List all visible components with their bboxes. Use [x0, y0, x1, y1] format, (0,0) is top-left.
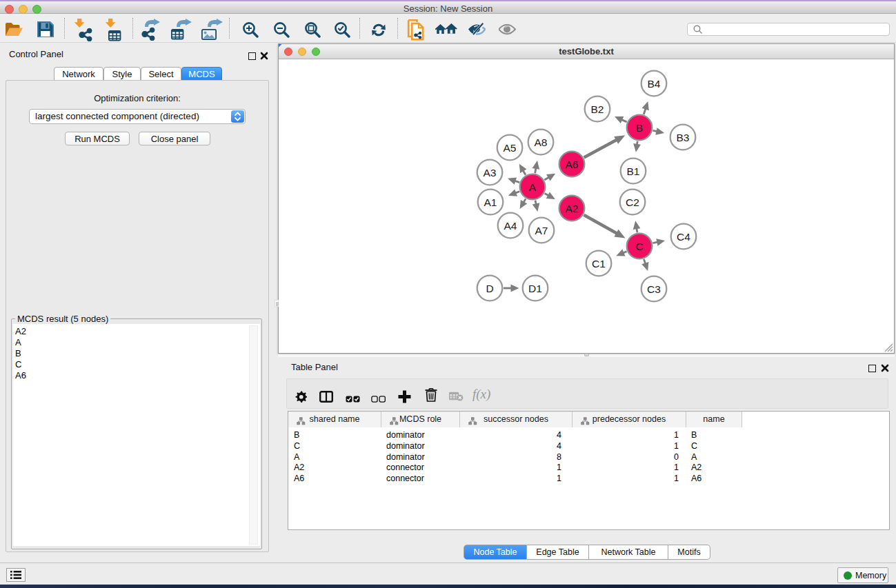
svg-text:A5: A5 — [504, 142, 517, 154]
svg-text:A6: A6 — [566, 159, 579, 170]
svg-text:B4: B4 — [648, 78, 661, 90]
svg-text:A2: A2 — [566, 203, 579, 214]
svg-text:C2: C2 — [626, 196, 639, 208]
svg-text:A: A — [529, 181, 537, 193]
svg-text:A1: A1 — [484, 196, 497, 208]
svg-text:A4: A4 — [504, 220, 517, 232]
svg-text:C4: C4 — [677, 231, 690, 243]
svg-text:C: C — [635, 241, 643, 252]
svg-text:C3: C3 — [647, 283, 661, 295]
svg-text:D1: D1 — [528, 283, 542, 294]
svg-text:A8: A8 — [535, 136, 548, 148]
svg-text:B1: B1 — [627, 165, 640, 177]
svg-text:B2: B2 — [591, 103, 604, 115]
svg-text:D: D — [486, 283, 493, 294]
svg-text:A3: A3 — [484, 167, 497, 179]
svg-text:B3: B3 — [677, 132, 690, 143]
svg-text:B: B — [636, 122, 643, 134]
svg-text:C1: C1 — [592, 258, 606, 270]
svg-text:A7: A7 — [535, 225, 548, 236]
